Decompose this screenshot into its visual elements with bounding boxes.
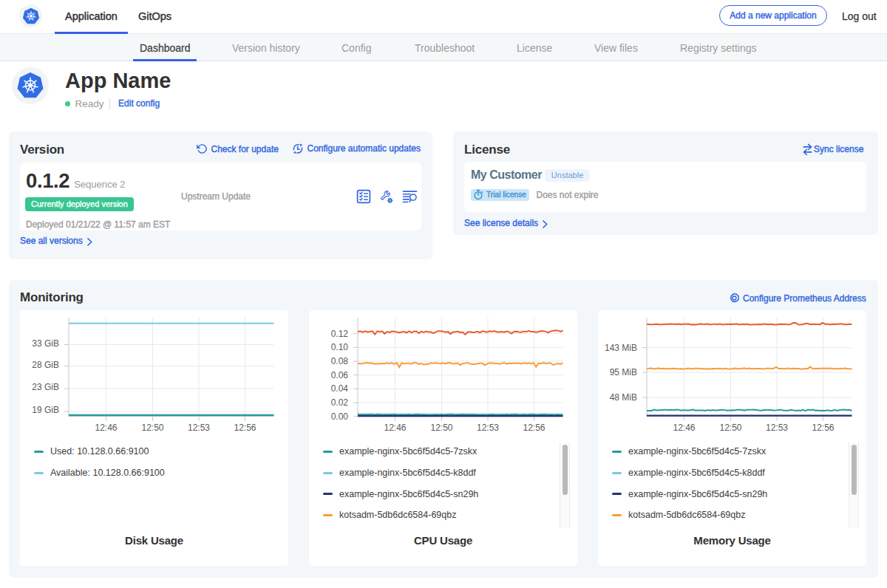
svg-text:0.12: 0.12 bbox=[331, 329, 349, 339]
svg-text:0.04: 0.04 bbox=[331, 383, 349, 394]
svg-text:12:46: 12:46 bbox=[384, 423, 406, 433]
svg-text:0.02: 0.02 bbox=[331, 397, 349, 408]
svg-text:12:56: 12:56 bbox=[523, 423, 545, 433]
svg-text:0.06: 0.06 bbox=[331, 370, 349, 380]
svg-text:12:50: 12:50 bbox=[430, 423, 452, 433]
svg-text:143 MiB: 143 MiB bbox=[605, 343, 637, 353]
svg-text:12:50: 12:50 bbox=[141, 423, 163, 433]
svg-text:12:53: 12:53 bbox=[188, 423, 210, 433]
svg-text:12:46: 12:46 bbox=[95, 423, 117, 433]
svg-text:0.08: 0.08 bbox=[331, 356, 349, 366]
svg-text:0.00: 0.00 bbox=[331, 411, 349, 422]
svg-text:12:46: 12:46 bbox=[673, 423, 695, 433]
svg-text:48 MiB: 48 MiB bbox=[610, 392, 637, 403]
svg-text:12:50: 12:50 bbox=[719, 423, 741, 433]
svg-text:23 GiB: 23 GiB bbox=[32, 382, 59, 392]
svg-text:12:53: 12:53 bbox=[477, 423, 499, 433]
svg-text:28 GiB: 28 GiB bbox=[32, 360, 59, 370]
svg-text:12:53: 12:53 bbox=[766, 423, 788, 433]
svg-text:33 GiB: 33 GiB bbox=[32, 338, 59, 349]
svg-text:19 GiB: 19 GiB bbox=[32, 405, 59, 415]
svg-text:12:56: 12:56 bbox=[234, 423, 256, 433]
svg-text:95 MiB: 95 MiB bbox=[610, 367, 637, 377]
svg-text:12:56: 12:56 bbox=[812, 423, 834, 433]
svg-text:0.10: 0.10 bbox=[331, 342, 349, 352]
